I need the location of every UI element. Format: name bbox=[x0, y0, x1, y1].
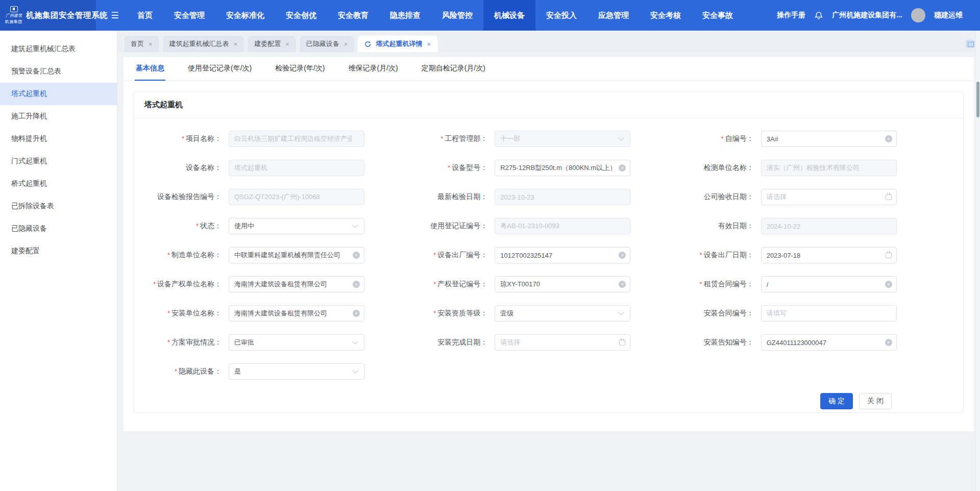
subtab-2[interactable]: 使用登记记录(年/次) bbox=[187, 57, 253, 81]
clear-icon[interactable]: × bbox=[619, 164, 626, 171]
avatar[interactable] bbox=[911, 8, 925, 22]
close-icon[interactable]: × bbox=[427, 41, 431, 47]
manufacturer-name-input[interactable]: 中联重科建筑起重机械有限责任公司× bbox=[229, 247, 364, 263]
clear-icon[interactable]: × bbox=[619, 281, 626, 288]
subtab-5[interactable]: 定期自检记录(月/次) bbox=[421, 57, 486, 81]
sidebar-item-6[interactable]: 门式起重机 bbox=[0, 150, 117, 173]
nav-item-12[interactable]: 安全事故 bbox=[692, 0, 744, 31]
plan-approval-status-input[interactable]: 已审批 bbox=[229, 334, 364, 351]
sidebar-item-1[interactable]: 建筑起重机械汇总表 bbox=[0, 38, 117, 60]
status-input[interactable]: 使用中 bbox=[229, 218, 364, 234]
user-name[interactable]: 穗建运维 bbox=[934, 11, 963, 20]
required-asterisk: * bbox=[167, 251, 170, 259]
factory-date-input[interactable]: 2023-07-18 bbox=[761, 247, 897, 263]
clear-icon[interactable]: × bbox=[619, 252, 626, 259]
nav-item-5[interactable]: 安全教育 bbox=[327, 0, 379, 31]
tab-panel-icon[interactable] bbox=[966, 40, 975, 48]
nav-item-2[interactable]: 安全管理 bbox=[163, 0, 215, 31]
input-value: 2023-07-18 bbox=[767, 252, 801, 259]
field-hide-device: *隐藏此设备：是 bbox=[134, 363, 400, 380]
subtab-3[interactable]: 检验记录(年/次) bbox=[274, 57, 326, 81]
close-button[interactable]: 关 闭 bbox=[859, 393, 892, 409]
installer-name-input[interactable]: 海南博大建筑设备租赁有限公司× bbox=[229, 305, 364, 322]
sidebar-item-4[interactable]: 施工升降机 bbox=[0, 105, 117, 128]
nav-item-3[interactable]: 安全标准化 bbox=[215, 0, 275, 31]
clear-icon[interactable]: × bbox=[353, 281, 360, 288]
clear-icon[interactable]: × bbox=[353, 252, 360, 259]
calendar-icon[interactable] bbox=[886, 253, 892, 258]
close-icon[interactable]: × bbox=[234, 41, 238, 47]
hide-device-input[interactable]: 是 bbox=[229, 363, 364, 380]
org-name[interactable]: 广州机施建设集团有... bbox=[832, 11, 902, 20]
field-label: *设备产权单位名称： bbox=[134, 280, 229, 289]
app-title: 机施集团安全管理系统 bbox=[26, 10, 108, 21]
subtab-1[interactable]: 基本信息 bbox=[135, 57, 165, 81]
self-number-input[interactable]: 3A#× bbox=[761, 131, 897, 147]
bell-icon[interactable] bbox=[814, 11, 823, 20]
confirm-button[interactable]: 确 定 bbox=[820, 393, 853, 409]
label-text: 项目名称： bbox=[186, 134, 222, 142]
sidebar-item-10[interactable]: 建委配置 bbox=[0, 240, 117, 262]
nav-item-9[interactable]: 安全投入 bbox=[535, 0, 587, 31]
install-qualification-level-input[interactable]: 壹级 bbox=[495, 305, 630, 322]
device-name-input: 塔式起重机 bbox=[229, 160, 364, 176]
nav-item-4[interactable]: 安全创优 bbox=[275, 0, 327, 31]
refresh-icon[interactable] bbox=[364, 41, 371, 47]
sidebar-item-8[interactable]: 已拆除设备表 bbox=[0, 195, 117, 217]
clear-icon[interactable]: × bbox=[353, 310, 360, 317]
nav-item-11[interactable]: 安全考核 bbox=[640, 0, 692, 31]
device-model-input[interactable]: R275-12RB型250t.m（800KN.m以上）× bbox=[495, 160, 630, 176]
tab-3[interactable]: 建委配置× bbox=[247, 35, 297, 52]
label-text: 工程管理部： bbox=[445, 134, 487, 142]
sidebar-item-5[interactable]: 物料提升机 bbox=[0, 128, 117, 150]
scrollbar-track[interactable] bbox=[975, 31, 980, 491]
field-self-number: *自编号：3A#× bbox=[667, 131, 933, 147]
calendar-icon[interactable] bbox=[886, 194, 892, 200]
factory-no-input[interactable]: 1012T002325147× bbox=[495, 247, 630, 263]
tab-1[interactable]: 首页× bbox=[124, 35, 160, 52]
sidebar-item-9[interactable]: 已隐藏设备 bbox=[0, 217, 117, 240]
field-manufacturer-name: *制造单位名称：中联重科建筑起重机械有限责任公司× bbox=[134, 247, 400, 263]
ownership-registration-no-input[interactable]: 琼XY-T00170× bbox=[495, 276, 630, 292]
tab-2[interactable]: 建筑起重机械汇总表× bbox=[162, 35, 245, 52]
company-acceptance-date-input[interactable]: 请选择 bbox=[761, 189, 897, 205]
manual-link[interactable]: 操作手册 bbox=[777, 11, 805, 20]
input-value: 2023-10-23 bbox=[500, 193, 534, 201]
field-install-qualification-level: *安装资质等级：壹级 bbox=[400, 305, 666, 322]
label-text: 使用登记证编号： bbox=[430, 222, 487, 230]
close-icon[interactable]: × bbox=[344, 41, 348, 47]
install-complete-date-input[interactable]: 请选择 bbox=[495, 334, 630, 351]
subtab-4[interactable]: 维保记录(月/次) bbox=[347, 57, 399, 81]
project-dept-input: 十一部 bbox=[495, 131, 630, 147]
close-icon[interactable]: × bbox=[149, 41, 153, 47]
owner-name-input[interactable]: 海南博大建筑设备租赁有限公司× bbox=[229, 276, 364, 292]
sidebar-item-7[interactable]: 桥式起重机 bbox=[0, 173, 117, 195]
scrollbar-thumb[interactable] bbox=[976, 82, 979, 117]
form-card-title: 塔式起重机 bbox=[134, 92, 963, 118]
nav-item-6[interactable]: 隐患排查 bbox=[379, 0, 431, 31]
input-value: 已审批 bbox=[234, 338, 254, 347]
input-value: GZ44011123000047 bbox=[767, 339, 826, 347]
chevron-down-icon bbox=[352, 338, 358, 344]
install-notice-no-input[interactable]: GZ44011123000047× bbox=[761, 334, 897, 351]
sidebar-item-2[interactable]: 预警设备汇总表 bbox=[0, 60, 117, 83]
nav-item-10[interactable]: 应急管理 bbox=[587, 0, 640, 31]
label-text: 设备型号： bbox=[452, 163, 487, 171]
sidebar-collapse-icon[interactable]: ☰ bbox=[103, 0, 127, 31]
nav-item-1[interactable]: 首页 bbox=[127, 0, 163, 31]
label-text: 公司验收日期： bbox=[704, 192, 754, 201]
close-icon[interactable]: × bbox=[285, 41, 289, 47]
clear-icon[interactable]: × bbox=[885, 135, 892, 142]
sidebar-item-3[interactable]: 塔式起重机 bbox=[0, 83, 117, 105]
calendar-icon[interactable] bbox=[619, 340, 625, 346]
lease-contract-no-input[interactable]: /× bbox=[761, 276, 897, 292]
clear-icon[interactable]: × bbox=[885, 339, 892, 346]
field-install-complete-date: 安装完成日期：请选择 bbox=[400, 334, 666, 351]
nav-item-8[interactable]: 机械设备 bbox=[483, 0, 535, 31]
tab-5[interactable]: 塔式起重机详情× bbox=[357, 35, 438, 52]
nav-item-7[interactable]: 风险管控 bbox=[431, 0, 483, 31]
field-label: 最新检验日期： bbox=[400, 192, 495, 202]
tab-4[interactable]: 已隐藏设备× bbox=[299, 35, 355, 52]
install-contract-no-input[interactable]: 请填写 bbox=[761, 305, 897, 322]
clear-icon[interactable]: × bbox=[885, 281, 892, 288]
